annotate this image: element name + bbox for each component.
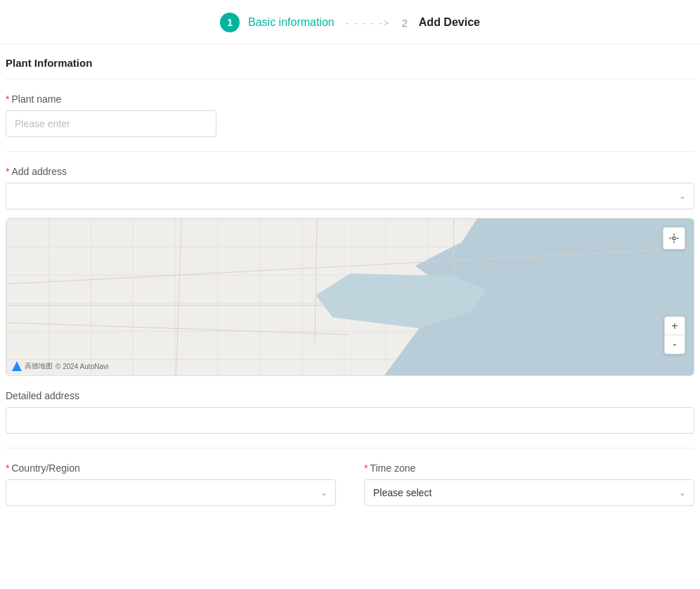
map-zoom-in-button[interactable]: + [665, 317, 685, 335]
plant-name-label: * Plant name [6, 93, 694, 105]
page-content: Plant Information * Plant name * Add add… [0, 44, 700, 506]
time-zone-field: * Time zone Please select ⌄ [364, 462, 694, 506]
map-background [6, 219, 694, 375]
country-timezone-section: * Country/Region ⌄ * Time zone Please se… [6, 448, 694, 506]
road-v1 [176, 219, 182, 375]
svg-point-0 [673, 237, 675, 240]
timezone-dropdown[interactable]: Please select [364, 479, 694, 506]
road-v2 [315, 219, 318, 344]
map-location-button[interactable] [663, 227, 685, 250]
plant-name-input[interactable] [6, 110, 216, 137]
step2-label: Add Device [419, 16, 480, 29]
country-region-label: * Country/Region [6, 462, 336, 474]
step1-label: Basic information [248, 16, 335, 29]
detailed-address-input[interactable] [6, 407, 694, 434]
required-star-name: * [6, 93, 9, 105]
country-region-dropdown[interactable] [6, 479, 336, 506]
map-zoom-out-button[interactable]: - [665, 335, 685, 354]
required-star-timezone: * [364, 462, 368, 474]
required-star-country: * [6, 462, 9, 474]
map-brand: 高德地图 [25, 361, 53, 371]
plant-name-section: * Plant name [6, 79, 694, 152]
map-roads [6, 219, 694, 375]
detailed-address-section: Detailed address [6, 376, 694, 448]
time-zone-label: * Time zone [364, 462, 694, 474]
road-h1 [7, 247, 694, 284]
required-star-address: * [6, 166, 9, 177]
wizard-header: 1 Basic information - - - - -> 2 Add Dev… [0, 0, 700, 44]
section-title: Plant Information [6, 44, 694, 79]
add-address-section: * Add address ⌄ [6, 152, 694, 376]
map-attribution: 高德地图 © 2024 AutoNavi [12, 361, 108, 371]
add-address-label: * Add address [6, 166, 694, 177]
timezone-dropdown-wrapper: Please select ⌄ [364, 479, 694, 506]
detailed-address-label: Detailed address [6, 390, 694, 401]
map-logo-icon [12, 361, 22, 371]
address-dropdown-wrapper: ⌄ [6, 183, 694, 209]
road-v3 [453, 219, 454, 313]
map-container: + - 高德地图 © 2024 AutoNavi [6, 218, 694, 376]
step2-number: 2 [401, 17, 407, 29]
map-copyright: © 2024 AutoNavi [56, 363, 108, 370]
country-region-field: * Country/Region ⌄ [6, 462, 336, 506]
address-dropdown[interactable] [6, 183, 694, 209]
step1-circle: 1 [220, 13, 240, 32]
country-dropdown-wrapper: ⌄ [6, 479, 336, 506]
map-zoom-controls: + - [664, 316, 685, 354]
road-h2 [6, 305, 419, 306]
step-arrow: - - - - -> [346, 18, 391, 28]
